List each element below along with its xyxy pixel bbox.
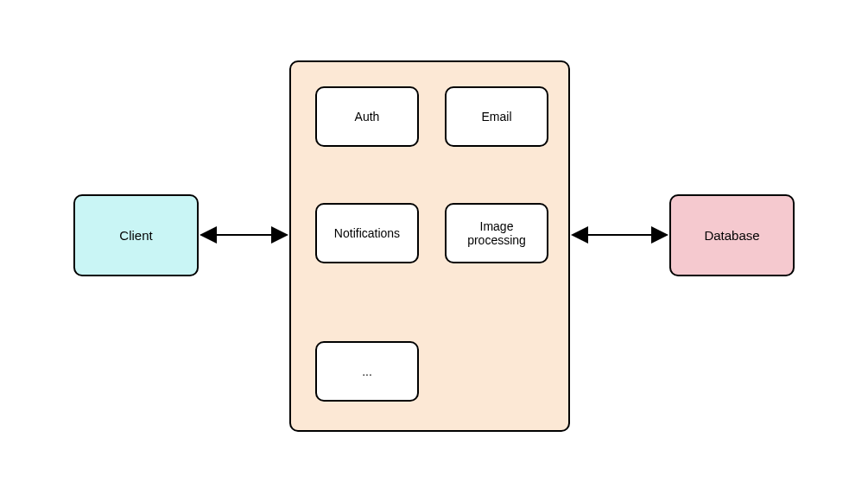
service-email: Email [445,86,548,147]
client-node: Client [73,194,199,276]
database-node: Database [669,194,795,276]
service-email-label: Email [481,110,511,124]
service-image-processing: Image processing [445,203,548,263]
service-ellipsis-label: ... [362,364,372,378]
service-notifications: Notifications [315,203,419,263]
arrow-server-database [570,225,669,246]
client-label: Client [119,228,152,243]
arrow-client-server [199,225,289,246]
service-image-processing-label: Image processing [467,219,526,247]
service-notifications-label: Notifications [334,226,400,240]
service-ellipsis: ... [315,341,419,402]
database-label: Database [704,228,759,243]
service-auth-label: Auth [355,110,380,124]
service-auth: Auth [315,86,419,147]
